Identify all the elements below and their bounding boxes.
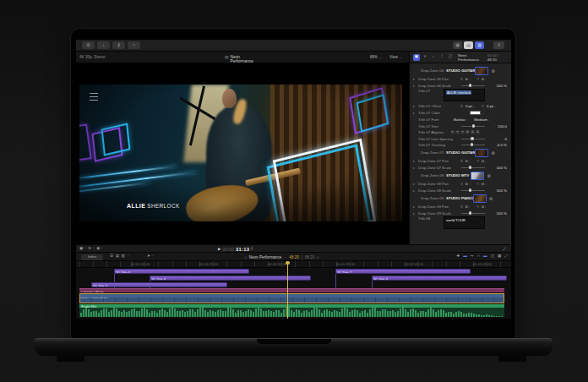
slider-track[interactable] — [461, 145, 485, 145]
share-inspector-tab[interactable]: ⤴ — [438, 54, 445, 61]
playhead-handle[interactable] — [286, 261, 290, 265]
clip-appearance-tool[interactable]: ▣⌄ — [79, 247, 86, 251]
clear-dropzone-button[interactable]: ⊗ — [491, 68, 495, 74]
effects-tool[interactable]: ◉⌄ — [96, 247, 103, 251]
slider-thumb[interactable] — [472, 124, 476, 128]
x-value[interactable]: 0 px — [466, 104, 472, 108]
audio-meters-icon[interactable]: ◫ — [491, 254, 494, 259]
title-text-field[interactable]: world TOUR — [444, 216, 485, 229]
stepper-icon[interactable]: ↕ — [468, 160, 470, 163]
expand-icon[interactable]: ⤢ — [503, 247, 506, 251]
solo-icon[interactable]: ∩ — [477, 254, 480, 259]
x-value[interactable]: 0 — [466, 77, 467, 81]
play-button[interactable]: ▶ — [218, 247, 220, 251]
timeline-toggle[interactable]: ▭ — [464, 41, 473, 49]
zoom-level-dropdown[interactable]: 68% ⌄ — [370, 55, 382, 59]
font-weight-dropdown[interactable]: Medium — [474, 117, 487, 122]
slider-track[interactable] — [461, 213, 485, 214]
skimming-icon[interactable]: ▬ — [463, 254, 467, 259]
y-value[interactable]: 0 — [482, 77, 483, 81]
project-dropdown[interactable]: Neon Performance — [249, 255, 282, 259]
snapping-icon[interactable]: ▬ — [483, 254, 487, 259]
audio-skimming-icon[interactable]: ⊸ — [471, 254, 474, 259]
clear-dropzone-button[interactable]: ⊗ — [489, 196, 493, 201]
align-button-0[interactable]: ≡ — [450, 130, 455, 134]
audio-inspector-tab[interactable]: ♪ — [430, 54, 437, 61]
align-button-4[interactable]: ≣ — [471, 130, 475, 134]
pointer-tool[interactable]: ➤ ⌄ — [147, 254, 154, 259]
keyword-editor-button[interactable]: ⚷ — [112, 41, 125, 49]
index-list-icon[interactable]: ☰ — [110, 254, 113, 259]
slider-thumb[interactable] — [471, 143, 474, 146]
background-tasks-button[interactable]: ◔ — [128, 41, 140, 49]
slider-thumb[interactable] — [469, 188, 472, 192]
stepper-icon[interactable]: ↕ — [473, 105, 475, 108]
font-family-dropdown[interactable]: Barlow — [454, 117, 465, 122]
slider-thumb[interactable] — [469, 211, 472, 215]
clip-appearance-icon[interactable]: ▦ — [498, 254, 501, 259]
dropzone-thumbnail[interactable] — [475, 67, 488, 75]
dropzone-thumbnail[interactable] — [471, 172, 484, 180]
playhead[interactable] — [287, 261, 288, 319]
slider-value[interactable]: 100 % — [488, 166, 507, 170]
slider-track[interactable] — [461, 167, 485, 168]
y-value[interactable]: 0 — [482, 205, 483, 209]
stepper-icon[interactable]: ↕ — [485, 205, 487, 209]
slider-track[interactable] — [461, 139, 485, 139]
stepper-icon[interactable]: ↕ — [485, 78, 487, 81]
timeline-ruler[interactable]: 00:00:20:0000:00:25:0000:00:30:0000:00:3… — [76, 261, 511, 268]
audio-meters-icon[interactable]: ‖ — [251, 247, 253, 251]
title-clip[interactable]: 3D Title 9 — [372, 276, 507, 281]
slider-value[interactable]: 0 — [488, 137, 507, 141]
dropzone-thumbnail[interactable] — [473, 194, 487, 203]
title-text-field[interactable]: ALLIE sherlock — [444, 89, 485, 101]
current-timecode[interactable]: 31:13 — [236, 247, 249, 252]
y-value[interactable]: 0 — [482, 159, 483, 163]
share-button[interactable]: ⇧ — [493, 41, 504, 49]
clear-dropzone-button[interactable]: ⊗ — [487, 173, 491, 178]
timeline-zoom-icon[interactable]: ⤢ — [504, 254, 508, 259]
align-button-1[interactable]: ≡ — [455, 130, 460, 134]
slider-thumb[interactable] — [471, 137, 474, 140]
color-swatch[interactable] — [470, 111, 481, 115]
video-canvas[interactable]: ALLIESHERLOCK — [79, 85, 402, 221]
title-clip[interactable]: 3D Title 7 — [335, 269, 471, 274]
slider-value[interactable]: 100 % — [488, 84, 507, 88]
letterbox-matte-clip[interactable]: Letterbox Matte — [79, 288, 504, 292]
stepper-icon[interactable]: ↕ — [494, 105, 496, 108]
studio-mix-audio-clip[interactable]: Studio Mix — [79, 304, 504, 317]
slider-value[interactable]: 100.0 — [488, 124, 507, 128]
neon-performance-clip[interactable]: Neon Performance — [79, 293, 504, 303]
stepper-icon[interactable]: ↕ — [468, 183, 470, 186]
info-inspector-tab[interactable]: ⓘ — [447, 54, 454, 61]
title-clip[interactable]: 3D Title 6 — [114, 269, 249, 274]
x-value[interactable]: 0 — [466, 182, 467, 186]
slider-value[interactable]: 100 % — [488, 211, 507, 216]
slider-track[interactable] — [461, 126, 485, 127]
y-value[interactable]: 0 px — [487, 104, 493, 108]
index-button[interactable]: Index — [81, 254, 103, 260]
nav-back-button[interactable]: ‹ — [245, 254, 247, 259]
stepper-icon[interactable]: ↕ — [468, 78, 470, 81]
slider-thumb[interactable] — [469, 166, 472, 169]
stepper-icon[interactable]: ↕ — [468, 205, 470, 209]
stepper-icon[interactable]: ↕ — [485, 160, 487, 163]
chevron-down-icon[interactable]: ⌄ — [127, 254, 129, 259]
x-value[interactable]: 0 — [466, 159, 467, 163]
align-button-2[interactable]: ≡ — [460, 130, 465, 134]
align-button-3[interactable]: ≣ — [466, 130, 470, 134]
clear-dropzone-button[interactable]: ⊗ — [491, 150, 495, 156]
color-caret-icon[interactable]: ⌄ — [482, 112, 484, 115]
trim-icon[interactable]: ✚ — [456, 254, 460, 259]
text-inspector-tab[interactable]: ≡ — [422, 54, 428, 61]
inspector-toggle[interactable]: ▥ — [475, 41, 484, 49]
slider-value[interactable]: -4.0 % — [488, 143, 507, 147]
media-browser-button[interactable]: ⊙ — [82, 41, 95, 49]
title-clip[interactable]: 3D Title 3 — [91, 282, 227, 287]
stepper-icon[interactable]: ↕ — [485, 183, 487, 186]
slider-thumb[interactable] — [469, 84, 472, 87]
view-dropdown[interactable]: View ⌄ — [389, 55, 402, 59]
dropzone-thumbnail[interactable] — [475, 149, 488, 157]
timeline-layout-icon[interactable]: ▥ — [121, 254, 124, 259]
video-inspector-tab[interactable]: ▣ — [413, 54, 420, 61]
